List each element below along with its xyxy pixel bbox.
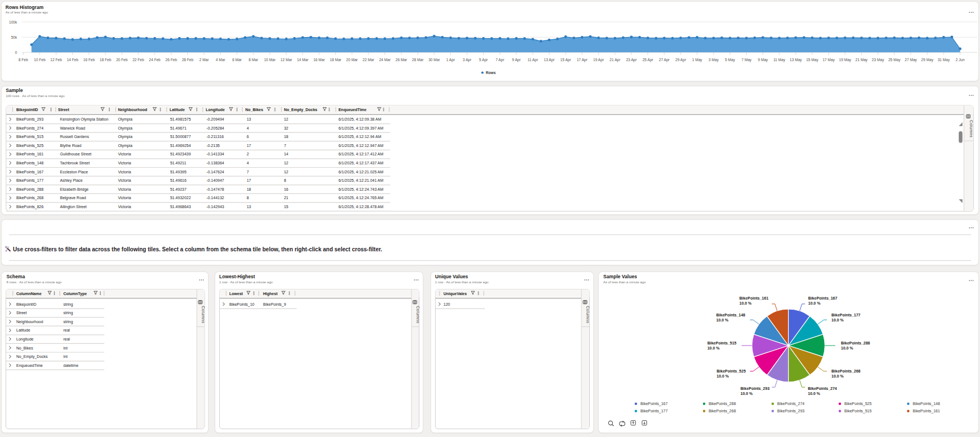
svg-text:28 Feb: 28 Feb bbox=[182, 58, 193, 62]
svg-text:7 Apr: 7 Apr bbox=[496, 58, 505, 62]
svg-text:Columns: Columns bbox=[416, 306, 420, 323]
svg-text:BikePoints_161: BikePoints_161 bbox=[16, 152, 44, 157]
svg-text:BikePoints_826: BikePoints_826 bbox=[16, 204, 44, 209]
svg-text:21 May: 21 May bbox=[856, 58, 868, 62]
svg-text:8 Feb: 8 Feb bbox=[19, 58, 28, 62]
svg-text:6/1/2025, 4:12:21.041 AM: 6/1/2025, 4:12:21.041 AM bbox=[339, 178, 383, 182]
svg-text:13: 13 bbox=[247, 117, 251, 121]
svg-text:Victoria: Victoria bbox=[118, 161, 131, 165]
svg-text:0: 0 bbox=[15, 50, 17, 54]
svg-text:8: 8 bbox=[284, 178, 286, 182]
svg-text:Latitude: Latitude bbox=[170, 108, 185, 112]
svg-text:BikePoints_148: BikePoints_148 bbox=[16, 161, 44, 165]
svg-text:-0.147478: -0.147478 bbox=[206, 187, 224, 191]
svg-text:100k: 100k bbox=[9, 20, 17, 24]
svg-text:Neighbourhood: Neighbourhood bbox=[118, 108, 147, 112]
svg-text:BikePoints_177: BikePoints_177 bbox=[16, 178, 44, 183]
svg-text:BikePoints_268: BikePoints_268 bbox=[831, 369, 861, 373]
svg-text:BikePoints_515: BikePoints_515 bbox=[844, 409, 872, 413]
svg-text:10.0 %: 10.0 % bbox=[708, 346, 720, 350]
svg-text:BikePoints_10: BikePoints_10 bbox=[229, 302, 255, 307]
svg-text:Ashley Place: Ashley Place bbox=[60, 178, 83, 183]
svg-text:51.49616: 51.49616 bbox=[170, 178, 186, 182]
svg-text:22 Feb: 22 Feb bbox=[132, 58, 144, 62]
svg-text:15 May: 15 May bbox=[806, 58, 819, 62]
svg-text:10.0 %: 10.0 % bbox=[831, 374, 844, 378]
svg-text:BikePoints_288: BikePoints_288 bbox=[16, 187, 44, 191]
svg-text:Olympia: Olympia bbox=[118, 143, 132, 148]
svg-text:28 Mar: 28 Mar bbox=[412, 58, 424, 62]
svg-text:2: 2 bbox=[247, 152, 249, 156]
svg-text:BikePoints_515: BikePoints_515 bbox=[708, 341, 737, 345]
svg-text:14 Mar: 14 Mar bbox=[297, 58, 309, 62]
svg-text:No_Empty_Docks: No_Empty_Docks bbox=[16, 355, 48, 359]
svg-text:BikePoints_293: BikePoints_293 bbox=[741, 387, 770, 390]
svg-text:string: string bbox=[63, 320, 73, 324]
svg-text:2 Mar: 2 Mar bbox=[200, 58, 210, 62]
svg-text:17: 17 bbox=[247, 143, 251, 147]
svg-text:6/1/2025, 4:12:24.743 AM: 6/1/2025, 4:12:24.743 AM bbox=[339, 187, 383, 191]
svg-text:21: 21 bbox=[284, 196, 288, 200]
svg-text:10.0 %: 10.0 % bbox=[716, 318, 729, 322]
svg-text:No_Bikes: No_Bikes bbox=[246, 108, 264, 112]
svg-text:1 Apr: 1 Apr bbox=[446, 58, 455, 62]
svg-text:BikePoints_525: BikePoints_525 bbox=[716, 369, 746, 373]
svg-text:Street: Street bbox=[16, 311, 27, 315]
svg-text:No_Empty_Docks: No_Empty_Docks bbox=[284, 108, 317, 112]
svg-text:Allington Street: Allington Street bbox=[60, 204, 87, 209]
svg-text:Kensington Olympia Station: Kensington Olympia Station bbox=[60, 117, 108, 122]
svg-text:6/1/2025, 4:12:17.412 AM: 6/1/2025, 4:12:17.412 AM bbox=[339, 152, 383, 156]
svg-text:7: 7 bbox=[284, 143, 286, 147]
svg-text:BikePoints_177: BikePoints_177 bbox=[831, 313, 861, 317]
svg-text:-0.142943: -0.142943 bbox=[206, 204, 224, 208]
svg-text:-0.144132: -0.144132 bbox=[206, 196, 224, 200]
svg-text:-0.2135: -0.2135 bbox=[206, 143, 220, 147]
svg-text:BikePoints_9: BikePoints_9 bbox=[263, 302, 286, 307]
svg-text:Rows: Rows bbox=[486, 71, 496, 75]
svg-text:3 May: 3 May bbox=[709, 58, 719, 62]
svg-text:Elizabeth Bridge: Elizabeth Bridge bbox=[60, 187, 89, 191]
svg-text:BikepointID: BikepointID bbox=[16, 108, 38, 112]
svg-text:12 Feb: 12 Feb bbox=[50, 58, 62, 62]
svg-text:-0.140947: -0.140947 bbox=[206, 178, 224, 182]
svg-text:10.0 %: 10.0 % bbox=[808, 301, 821, 305]
svg-text:13: 13 bbox=[247, 204, 251, 208]
svg-text:2 Jun: 2 Jun bbox=[955, 58, 964, 62]
svg-text:Olympia: Olympia bbox=[118, 117, 132, 122]
svg-text:23 Apr: 23 Apr bbox=[626, 58, 637, 62]
svg-text:BikePoints_167: BikePoints_167 bbox=[640, 402, 668, 406]
svg-text:17 May: 17 May bbox=[822, 58, 835, 62]
svg-text:18: 18 bbox=[247, 187, 251, 191]
svg-text:Blythe Road: Blythe Road bbox=[60, 143, 81, 148]
svg-text:Belgrave Road: Belgrave Road bbox=[60, 196, 86, 200]
svg-text:BikePoints_177: BikePoints_177 bbox=[640, 409, 668, 413]
svg-text:BikePoints_148: BikePoints_148 bbox=[913, 402, 940, 406]
svg-text:int: int bbox=[63, 355, 67, 358]
svg-text:10.0 %: 10.0 % bbox=[741, 392, 754, 395]
svg-text:string: string bbox=[63, 302, 73, 307]
svg-text:10.0 %: 10.0 % bbox=[808, 392, 821, 395]
svg-text:18 Mar: 18 Mar bbox=[330, 58, 341, 62]
svg-text:18: 18 bbox=[284, 135, 288, 139]
svg-text:Russell Gardens: Russell Gardens bbox=[60, 135, 89, 139]
svg-text:UniqueVales: UniqueVales bbox=[443, 292, 467, 296]
svg-text:6/1/2025, 4:12:24.765 AM: 6/1/2025, 4:12:24.765 AM bbox=[339, 196, 383, 200]
svg-text:32: 32 bbox=[284, 126, 288, 130]
svg-text:22 Mar: 22 Mar bbox=[363, 58, 375, 62]
svg-text:15 Apr: 15 Apr bbox=[560, 58, 571, 62]
svg-text:10.0 %: 10.0 % bbox=[841, 346, 854, 350]
svg-text:Neighbourhood: Neighbourhood bbox=[16, 320, 43, 324]
svg-text:50k: 50k bbox=[11, 35, 17, 39]
svg-text:Victoria: Victoria bbox=[118, 169, 131, 173]
svg-text:8: 8 bbox=[247, 196, 249, 200]
svg-text:5 Apr: 5 Apr bbox=[479, 58, 488, 62]
svg-text:12 Mar: 12 Mar bbox=[280, 58, 292, 62]
svg-text:8 Mar: 8 Mar bbox=[248, 58, 258, 62]
svg-text:Guildhouse Street: Guildhouse Street bbox=[60, 152, 91, 156]
svg-text:int: int bbox=[63, 346, 67, 350]
svg-text:Columns: Columns bbox=[969, 120, 973, 137]
svg-text:26 Feb: 26 Feb bbox=[165, 58, 177, 62]
svg-text:Victoria: Victoria bbox=[118, 187, 131, 191]
svg-text:BikePoints_167: BikePoints_167 bbox=[16, 169, 44, 174]
svg-text:6/1/2025, 4:12:12.94 AM: 6/1/2025, 4:12:12.94 AM bbox=[339, 135, 381, 139]
